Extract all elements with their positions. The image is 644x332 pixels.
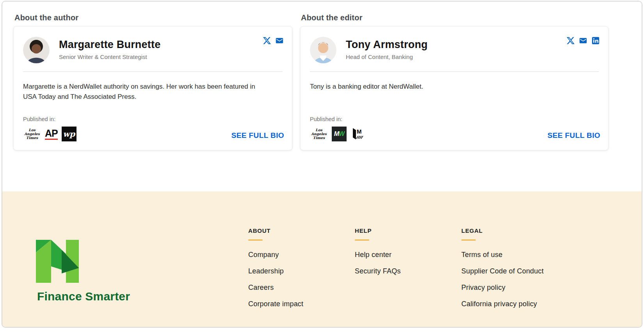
footer-link-security-faqs[interactable]: Security FAQs xyxy=(355,267,456,275)
about-editor-heading: About the editor xyxy=(301,13,363,22)
author-publication-logos: Los Angeles Times AP wp xyxy=(23,127,76,141)
footer-column-legal: LEGAL Terms of use Supplier Code of Cond… xyxy=(461,227,563,316)
footer-link-corporate-impact[interactable]: Corporate impact xyxy=(248,300,350,308)
svg-text:M: M xyxy=(357,128,362,135)
bio-section: About the author Margarette Burnette Sen… xyxy=(2,2,642,191)
page: About the author Margarette Burnette Sen… xyxy=(2,1,642,328)
footer-link-supplier-code[interactable]: Supplier Code of Conduct xyxy=(461,267,563,275)
email-icon[interactable] xyxy=(276,37,283,45)
editor-publication-logos: Los Angeles Times MW M xyxy=(310,127,365,141)
footer-link-company[interactable]: Company xyxy=(248,251,350,259)
x-icon[interactable] xyxy=(263,37,271,45)
nerdwallet-logo xyxy=(36,240,79,283)
gold-rule xyxy=(461,239,476,241)
author-bio: Margarette is a NerdWallet authority on … xyxy=(14,72,278,102)
gold-rule xyxy=(248,239,263,241)
editor-card: Tony Armstrong Head of Content, Banking xyxy=(300,26,608,150)
author-card-header: Margarette Burnette Senior Writer & Cont… xyxy=(14,27,292,63)
finance-smarter-tagline: Finance Smarter xyxy=(37,290,130,303)
editor-card-header: Tony Armstrong Head of Content, Banking xyxy=(301,27,608,63)
footer-link-terms-of-use[interactable]: Terms of use xyxy=(461,251,563,259)
editor-bio: Tony is a banking editor at NerdWallet. xyxy=(301,72,564,92)
footer-column-help: HELP Help center Security FAQs xyxy=(355,227,456,284)
author-avatar xyxy=(23,37,50,63)
footer-link-leadership[interactable]: Leadership xyxy=(248,267,350,275)
footer-column-about: ABOUT Company Leadership Careers Corpora… xyxy=(248,227,350,316)
editor-role: Head of Content, Banking xyxy=(346,54,428,60)
editor-published-block: Published in: Los Angeles Times MW M xyxy=(310,116,365,141)
marketwatch-logo: MW xyxy=(332,127,347,141)
washington-post-logo: wp xyxy=(62,127,76,141)
gold-rule xyxy=(355,239,369,241)
editor-social-row xyxy=(567,37,600,45)
author-role: Senior Writer & Content Strategist xyxy=(59,54,160,60)
about-author-heading: About the author xyxy=(14,13,78,22)
x-icon[interactable] xyxy=(567,37,575,45)
author-card: Margarette Burnette Senior Writer & Cont… xyxy=(13,26,292,150)
author-name: Margarette Burnette xyxy=(59,39,160,50)
la-times-logo: Los Angeles Times xyxy=(23,128,41,140)
email-icon[interactable] xyxy=(579,37,587,45)
editor-name: Tony Armstrong xyxy=(346,39,428,50)
author-identity: Margarette Burnette Senior Writer & Cont… xyxy=(59,37,160,60)
published-in-label: Published in: xyxy=(23,116,76,122)
footer-header-help: HELP xyxy=(355,227,456,234)
m-publication-logo: M xyxy=(350,127,365,141)
footer-link-careers[interactable]: Careers xyxy=(248,284,350,292)
footer-header-about: ABOUT xyxy=(248,227,350,234)
footer-link-california-privacy[interactable]: California privacy policy xyxy=(461,300,563,308)
footer-header-legal: LEGAL xyxy=(461,227,563,234)
site-footer: Finance Smarter ABOUT Company Leadership… xyxy=(2,191,642,327)
editor-see-full-bio-link[interactable]: SEE FULL BIO xyxy=(548,131,600,140)
la-times-logo: Los Angeles Times xyxy=(310,128,328,140)
published-in-label: Published in: xyxy=(310,116,365,122)
author-see-full-bio-link[interactable]: SEE FULL BIO xyxy=(231,131,284,140)
author-social-row xyxy=(263,37,283,45)
ap-logo: AP xyxy=(45,129,58,140)
footer-link-help-center[interactable]: Help center xyxy=(355,251,456,259)
editor-identity: Tony Armstrong Head of Content, Banking xyxy=(346,37,428,60)
author-published-block: Published in: Los Angeles Times AP wp xyxy=(23,116,76,141)
linkedin-icon[interactable] xyxy=(592,37,600,45)
editor-avatar xyxy=(310,37,336,63)
footer-link-privacy-policy[interactable]: Privacy policy xyxy=(461,284,563,292)
